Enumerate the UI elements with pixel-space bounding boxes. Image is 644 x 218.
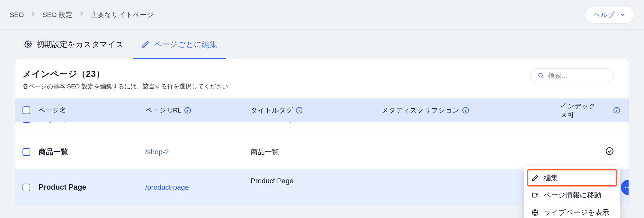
svg-rect-20 [532, 193, 536, 197]
row-checkbox[interactable] [22, 148, 30, 156]
tab-customize-defaults[interactable]: 初期設定をカスタマイズ [15, 39, 133, 59]
breadcrumb: SEO SEO 設定 主要なサイトページ [10, 10, 154, 19]
tab-label: 初期設定をカスタマイズ [37, 39, 124, 50]
row-titletag: 商品一覧 [251, 147, 382, 157]
tab-edit-per-page[interactable]: ページごとに編集 [133, 39, 226, 59]
menu-label: 編集 [544, 173, 558, 183]
row-checkbox[interactable] [22, 184, 30, 191]
pencil-icon [532, 174, 539, 181]
chevron-right-icon [78, 10, 85, 19]
svg-point-14 [617, 109, 617, 109]
check-circle-icon [605, 147, 614, 157]
row-titletag: Product Page [251, 177, 382, 185]
svg-point-18 [628, 186, 629, 188]
dots-horizontal-icon [624, 186, 629, 188]
menu-label: ページ情報に移動 [544, 190, 601, 200]
search-input[interactable] [548, 72, 603, 79]
row-titletag: フォーラム | 六日庭 -クラン- [251, 122, 382, 124]
search-box[interactable] [530, 68, 614, 83]
col-index-label: インデックス可 [560, 102, 602, 119]
search-icon [538, 72, 544, 79]
gear-icon [24, 41, 32, 48]
breadcrumb-item-seo-settings[interactable]: SEO 設定 [42, 10, 72, 19]
menu-label: ライブページを表示 [544, 208, 609, 217]
svg-point-17 [625, 186, 627, 188]
chevron-right-icon [30, 10, 37, 19]
col-titletag-label: タイトルタグ [251, 106, 293, 115]
row-url[interactable]: /product-page [145, 183, 251, 192]
row-name: Product Page [39, 183, 145, 192]
col-name-label: ページ名 [39, 106, 66, 115]
check-circle-icon [605, 122, 614, 124]
col-meta-label: メタディスクリプション [382, 106, 460, 115]
page-title: メインページ（23） [22, 68, 234, 80]
help-label: ヘルプ [594, 10, 615, 19]
info-icon[interactable] [462, 107, 469, 114]
breadcrumb-item-seo[interactable]: SEO [10, 11, 24, 19]
arrow-goto-icon [532, 192, 539, 199]
select-all-checkbox[interactable] [22, 106, 30, 114]
globe-icon [532, 209, 539, 216]
svg-point-16 [606, 148, 613, 155]
chevron-down-icon [619, 12, 626, 18]
help-button[interactable]: ヘルプ [585, 6, 634, 23]
more-actions-button[interactable] [621, 180, 629, 195]
row-url[interactable]: /forum [145, 122, 251, 123]
menu-item-edit[interactable]: 編集 [527, 169, 617, 186]
menu-item-goto-page-info[interactable]: ページ情報に移動 [527, 186, 617, 204]
table-header: ページ名 ページ URL タイトルタグ メタディスクリプション インデックス可 [15, 98, 629, 122]
svg-line-2 [542, 77, 543, 78]
table-row[interactable]: 商品一覧 /shop-2 商品一覧 [15, 135, 629, 169]
row-url[interactable]: /shop-2 [145, 148, 251, 156]
row-name: 商品一覧 [39, 147, 145, 157]
breadcrumb-item-main-pages[interactable]: 主要なサイトページ [91, 10, 154, 19]
svg-point-5 [187, 109, 188, 109]
info-icon[interactable] [296, 107, 303, 114]
menu-item-view-live[interactable]: ライブページを表示 [527, 204, 617, 218]
pencil-icon [142, 41, 149, 48]
col-url-label: ページ URL [145, 106, 182, 115]
svg-point-8 [299, 109, 300, 109]
table-row[interactable]: フォーラム /forum フォーラム | 六日庭 -クラン- [15, 122, 629, 135]
row-checkbox[interactable] [22, 122, 30, 123]
tab-label: ページごとに編集 [154, 39, 217, 50]
tabs: 初期設定をカスタマイズ ページごとに編集 [15, 30, 629, 59]
row-name: フォーラム [39, 122, 145, 124]
svg-point-1 [539, 73, 542, 77]
page-subtitle: 各ページの基本 SEO 設定を編集するには、該当する行を選択してください。 [22, 82, 234, 91]
svg-point-0 [27, 43, 29, 45]
info-icon[interactable] [184, 107, 191, 114]
row-context-menu: 編集 ページ情報に移動 ライブページを表示 [524, 166, 620, 218]
info-icon[interactable] [613, 107, 620, 114]
svg-point-11 [466, 109, 466, 109]
